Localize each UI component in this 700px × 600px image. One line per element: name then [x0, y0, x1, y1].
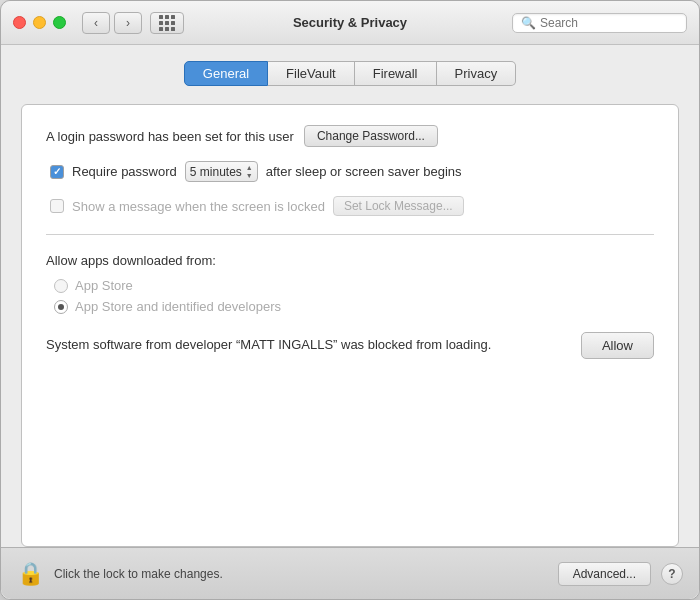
app-store-radio-label: App Store [75, 278, 133, 293]
duration-select[interactable]: 5 minutes ▲ ▼ [185, 161, 258, 182]
bottom-bar: 🔒 Click the lock to make changes. Advanc… [1, 547, 699, 599]
require-password-label: Require password [72, 164, 177, 179]
titlebar: ‹ › Security & Privacy 🔍 [1, 1, 699, 45]
window-title: Security & Privacy [293, 15, 407, 30]
duration-value: 5 minutes [190, 165, 242, 179]
app-store-radio-row: App Store [54, 278, 654, 293]
back-button[interactable]: ‹ [82, 12, 110, 34]
allow-button[interactable]: Allow [581, 332, 654, 359]
allow-apps-section: Allow apps downloaded from: App Store Ap… [46, 253, 654, 314]
blocked-software-text: System software from developer “MATT ING… [46, 336, 569, 354]
duration-stepper[interactable]: ▲ ▼ [246, 164, 253, 179]
checkmark-icon: ✓ [53, 167, 61, 177]
radio-dot [58, 304, 64, 310]
minimize-button[interactable] [33, 16, 46, 29]
require-password-checkbox[interactable]: ✓ [50, 165, 64, 179]
tab-filevault[interactable]: FileVault [268, 61, 355, 86]
identified-developers-radio-row: App Store and identified developers [54, 299, 654, 314]
forward-icon: › [126, 16, 130, 30]
tab-bar: General FileVault Firewall Privacy [21, 61, 679, 86]
blocked-software-section: System software from developer “MATT ING… [46, 332, 654, 359]
back-icon: ‹ [94, 16, 98, 30]
nav-buttons: ‹ › [82, 12, 142, 34]
lock-message-text: Click the lock to make changes. [54, 567, 548, 581]
search-icon: 🔍 [521, 16, 536, 30]
search-input[interactable] [540, 16, 678, 30]
login-password-text: A login password has been set for this u… [46, 129, 294, 144]
show-lock-message-label: Show a message when the screen is locked [72, 199, 325, 214]
grid-button[interactable] [150, 12, 184, 34]
login-password-row: A login password has been set for this u… [46, 125, 654, 147]
stepper-down-icon: ▼ [246, 172, 253, 179]
content-area: General FileVault Firewall Privacy A log… [1, 45, 699, 547]
main-window: ‹ › Security & Privacy 🔍 General FileVau… [0, 0, 700, 600]
require-password-row: ✓ Require password 5 minutes ▲ ▼ after s… [50, 161, 654, 182]
close-button[interactable] [13, 16, 26, 29]
download-source-radio-group: App Store App Store and identified devel… [54, 278, 654, 314]
lock-message-row: Show a message when the screen is locked… [50, 196, 654, 216]
lock-icon[interactable]: 🔒 [17, 561, 44, 587]
identified-developers-radio[interactable] [54, 300, 68, 314]
stepper-up-icon: ▲ [246, 164, 253, 171]
set-lock-message-button[interactable]: Set Lock Message... [333, 196, 464, 216]
forward-button[interactable]: › [114, 12, 142, 34]
after-sleep-text: after sleep or screen saver begins [266, 164, 462, 179]
app-store-radio[interactable] [54, 279, 68, 293]
tab-general[interactable]: General [184, 61, 268, 86]
help-button[interactable]: ? [661, 563, 683, 585]
maximize-button[interactable] [53, 16, 66, 29]
tab-firewall[interactable]: Firewall [355, 61, 437, 86]
advanced-button[interactable]: Advanced... [558, 562, 651, 586]
tab-privacy[interactable]: Privacy [437, 61, 517, 86]
divider [46, 234, 654, 235]
show-lock-message-checkbox[interactable] [50, 199, 64, 213]
grid-icon [159, 15, 175, 31]
identified-developers-radio-label: App Store and identified developers [75, 299, 281, 314]
traffic-lights [13, 16, 66, 29]
search-box[interactable]: 🔍 [512, 13, 687, 33]
change-password-button[interactable]: Change Password... [304, 125, 438, 147]
general-panel: A login password has been set for this u… [21, 104, 679, 547]
allow-apps-title: Allow apps downloaded from: [46, 253, 654, 268]
